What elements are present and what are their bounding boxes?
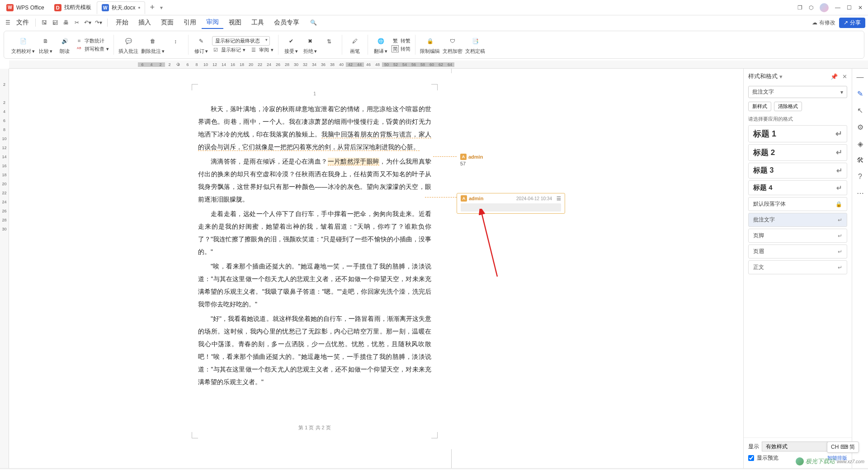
simp-to-trad-button[interactable]: 繁转繁 [392,37,410,44]
document-canvas[interactable]: 1 秋天，落叶满地，冷寂的秋雨肆意地宣泄着它的情绪，用悲凉给这个喧嚣的世界调色。… [9,69,743,468]
close-panel-icon[interactable]: ✕ [842,73,847,80]
help-rail-icon[interactable]: ? [858,173,862,181]
collapse-rail-icon[interactable]: — [857,73,864,81]
tab-wps-home[interactable]: W WPS Office [2,1,49,14]
redo-icon[interactable]: ↷▾ [94,18,104,28]
settings-rail-icon[interactable]: ⚙ [857,123,863,132]
tab-label: 找稻壳模板 [64,4,91,11]
tab-modified-icon: • [138,4,140,11]
share-button[interactable]: ↗ 分享 [839,18,865,28]
watermark: 极光下载站 www.xz7.com [796,457,864,465]
menu-review[interactable]: 审阅 [202,16,223,29]
cursor-rail-icon[interactable]: ↖ [857,106,863,115]
maximize-button[interactable]: ☐ [847,5,852,11]
comment-author: admin [468,154,483,160]
status-bar: 页面: 1/2 字数: 1052 拼写检查: 打开 ▾ 校对 ▭ ☰ 🖵 ▦ ▷… [0,468,868,470]
style-item-header[interactable]: 页眉↵ [748,244,847,258]
menu-member[interactable]: 会员专享 [269,17,304,28]
translate-button[interactable]: 🌐翻译 ▾ [373,35,389,55]
show-markup-button[interactable]: ☑显示标记 ▾ [212,47,245,54]
panel-hint: 请选择要应用的格式 [744,113,852,125]
ribbon: 📄文档校对 ▾ 🗎比较 ▾ 🔊朗读 ⌗字数统计 ᴬᴮ拼写检查 ▾ 💬插入批注 🗑… [4,31,864,59]
page-footer: 第 1 页 共 2 页 [198,424,431,431]
insert-comment-button[interactable]: 💬插入批注 [118,35,138,55]
annotation-arrow-icon [457,209,511,281]
doc-encrypt-button[interactable]: 🛡文档加密 [443,35,462,55]
paragraph[interactable]: 走着走着，远处一个人停下了自行车，手中撑着一把伞，匆匆向我走来。近看走来的是我的… [198,207,431,258]
draw-button[interactable]: 🖊画笔 [347,35,363,55]
menu-start[interactable]: 开始 [111,17,133,28]
menu-tools[interactable]: 工具 [247,17,269,28]
menu-reference[interactable]: 引用 [179,17,201,28]
markup-display-select[interactable]: 显示标记的最终状态 [212,36,270,46]
style-item-heading3[interactable]: 标题 3↵ [748,163,847,179]
reject-button[interactable]: ✖拒绝 ▾ [302,35,318,55]
trad-to-simp-button[interactable]: 简转简 [392,45,410,52]
title-bar: W WPS Office D 找稻壳模板 W 秋天.docx • + ▾ ❐ ⬡… [0,0,868,15]
comment-input[interactable] [461,203,561,212]
delete-comment-button[interactable]: 🗑删除批注 ▾ [141,35,165,55]
comment-menu-icon[interactable]: ☰ [557,196,561,202]
clear-format-button[interactable]: 清除格式 [774,102,802,111]
avatar[interactable] [820,3,829,12]
word-count-button[interactable]: ⌗字数统计 [75,37,109,44]
tab-add-button[interactable]: + [146,3,158,12]
style-item-default-font[interactable]: 默认段落字体🔒 [748,197,847,211]
more-rail-icon[interactable]: ⋯ [857,189,864,197]
style-item-heading2[interactable]: 标题 2↵ [748,144,847,161]
review-pane-button[interactable]: ☰审阅 ▾ [250,47,274,54]
proofread-button[interactable]: 📄文档校对 ▾ [11,35,35,55]
paragraph[interactable]: "好"，我看着她说道。就这样我坐着她的自行车，一路冒着雨，渐渐离开这失意的场所。… [198,312,431,388]
style-item-heading1[interactable]: 标题 1↵ [748,125,847,142]
indent-marker-icon[interactable]: ◇ [174,61,183,66]
print-icon[interactable]: 🖶 [61,18,71,28]
window-restore-icon[interactable]: ❐ [797,5,802,11]
compare-button[interactable]: 🗎比较 ▾ [38,35,54,55]
print-preview-icon[interactable]: 🗟 [50,18,60,28]
layers-rail-icon[interactable]: ◈ [858,140,863,148]
pending-changes[interactable]: ☁ 有修改 [812,19,835,27]
doc-final-button[interactable]: 📑文档定稿 [465,35,485,55]
spell-check-button[interactable]: ᴬᴮ拼写检查 ▾ [75,45,109,52]
tab-templates[interactable]: D 找稻壳模板 [50,1,96,14]
preview-checkbox[interactable] [748,455,754,461]
vertical-ruler[interactable]: 224681012141618202224262830 [0,69,9,468]
new-style-button[interactable]: 新样式 [748,102,771,111]
comment-balloon-active[interactable]: A admin 2024-04-12 10:34 ☰ [457,193,565,214]
paragraph[interactable]: 滴滴答答，是雨在倾诉，还是心在滴血？一片黯然浮于眼眸，为什么我用真挚付出的换来的… [198,155,431,206]
tab-menu-dropdown[interactable]: ▾ [160,5,163,11]
comment-nav-button[interactable]: ↕ [167,36,184,54]
change-nav-button[interactable]: ⇅ [321,36,337,54]
paragraph[interactable]: 秋天，落叶满地，冷寂的秋雨肆意地宣泄着它的情绪，用悲凉给这个喧嚣的世界调色。街巷… [198,103,431,153]
save-icon[interactable]: 🖫 [39,18,49,28]
paragraph[interactable]: "唉，看来那个插曲还挺大的。"她逗趣地一笑，一手揽住了我的胳膊，淡淡说道："与其… [198,260,431,310]
menu-icon[interactable]: ☰ [3,18,13,28]
menu-insert[interactable]: 插入 [134,17,156,28]
undo-icon[interactable]: ↶▾ [83,18,93,28]
tab-document[interactable]: W 秋天.docx • [97,1,146,14]
minimize-button[interactable]: — [835,5,840,11]
cube-icon[interactable]: ⬡ [809,5,813,11]
close-button[interactable]: ✕ [858,5,863,11]
restrict-edit-button[interactable]: 🔒限制编辑 [420,35,440,55]
style-filter-select[interactable]: 批注文字 [748,86,847,98]
tools-rail-icon[interactable]: 🛠 [857,156,864,164]
read-aloud-button[interactable]: 🔊朗读 [57,35,73,55]
horizontal-ruler[interactable]: 642 ◇ 2468101214161820222426283032343638… [9,61,868,69]
style-item-body[interactable]: 正文↵ [748,260,847,274]
pin-icon[interactable]: 📌 [830,73,838,80]
panel-dropdown-icon[interactable]: ▾ [779,73,783,80]
style-item-comment-text[interactable]: 批注文字↵ [748,213,847,227]
search-icon[interactable]: 🔍 [308,18,318,28]
style-item-footer[interactable]: 页脚↵ [748,229,847,243]
style-item-heading4[interactable]: 标题 4↵ [748,180,847,195]
menu-page[interactable]: 页面 [156,17,178,28]
revise-button[interactable]: ✎修订 ▾ [193,35,209,55]
accept-button[interactable]: ✔接受 ▾ [283,35,299,55]
comment-balloon[interactable]: Aadmin 57 [457,152,497,168]
menu-view[interactable]: 视图 [224,17,246,28]
file-menu[interactable]: 文件 [14,17,32,28]
pencil-rail-icon[interactable]: ✎ [857,89,863,98]
cut-icon[interactable]: ✂ [72,18,82,28]
ime-indicator[interactable]: CH ⌨ 简 [827,442,859,453]
